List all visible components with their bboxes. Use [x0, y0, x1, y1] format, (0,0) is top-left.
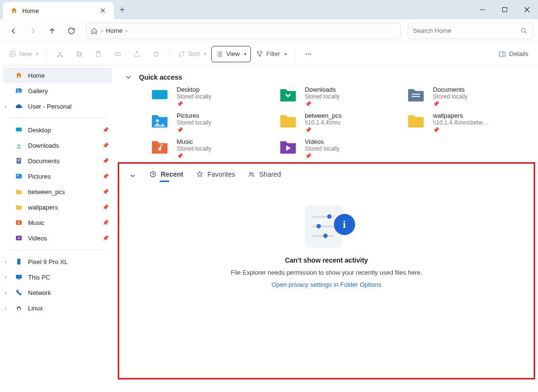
copy-button[interactable] — [70, 46, 88, 62]
sidebar-item-pixel[interactable]: › Pixel 9 Pro XL — [0, 254, 115, 269]
quick-access-item[interactable]: DocumentsStored locally📌 — [405, 86, 528, 107]
quick-access-item[interactable]: DesktopStored locally📌 — [149, 86, 272, 107]
sidebar-item-documents[interactable]: Documents📌 — [0, 153, 115, 168]
pin-icon: 📌 — [305, 101, 340, 107]
sidebar-item-home[interactable]: Home — [3, 68, 112, 83]
svg-point-1 — [522, 28, 525, 32]
svg-rect-25 — [16, 275, 22, 279]
pin-icon: 📌 — [305, 153, 340, 159]
quick-access-item[interactable]: wallpapers\\10.1.4.4\mro\betw…📌 — [405, 112, 528, 133]
svg-rect-5 — [78, 53, 81, 56]
cut-button[interactable] — [51, 46, 69, 62]
sidebar-item-videos[interactable]: Videos📌 — [0, 230, 115, 246]
maximize-button[interactable] — [494, 0, 516, 19]
chevron-right-icon[interactable]: › — [5, 290, 7, 295]
tab-recent[interactable]: Recent — [149, 170, 183, 181]
item-location: \\10.1.4.4\mro\betw… — [433, 119, 488, 126]
sidebar-item-linux[interactable]: › Linux — [0, 300, 115, 316]
download-icon — [14, 141, 23, 150]
new-button[interactable]: New▾ — [5, 46, 42, 62]
sidebar-item-desktop[interactable]: Desktop📌 — [0, 122, 115, 138]
quick-access-item[interactable]: PicturesStored locally📌 — [149, 112, 272, 133]
svg-point-39 — [252, 173, 253, 174]
folder-icon — [149, 138, 171, 155]
sidebar-item-gallery[interactable]: Gallery — [0, 83, 115, 98]
quick-access-item[interactable]: MusicStored locally📌 — [149, 138, 272, 159]
new-tab-button[interactable] — [114, 0, 130, 19]
svg-rect-20 — [16, 174, 22, 178]
chevron-right-icon[interactable]: › — [5, 305, 7, 311]
forward-button[interactable] — [24, 22, 41, 40]
chevron-right-icon[interactable]: › — [125, 27, 127, 34]
svg-rect-6 — [77, 52, 80, 55]
chevron-right-icon[interactable]: › — [5, 274, 7, 280]
filter-button[interactable]: Filter▾ — [252, 46, 291, 62]
sidebar-item-user-onedrive[interactable]: › User - Personal — [0, 98, 115, 114]
item-location: Stored locally — [305, 93, 340, 100]
sidebar-item-music[interactable]: Music📌 — [0, 215, 115, 230]
sidebar-item-network[interactable]: › Network — [0, 285, 115, 300]
sidebar-item-downloads[interactable]: Downloads📌 — [0, 138, 115, 153]
up-button[interactable] — [43, 22, 61, 40]
search-input[interactable] — [413, 27, 520, 34]
search-box[interactable] — [408, 23, 533, 39]
empty-title: Can't show recent activity — [285, 256, 368, 264]
gallery-icon — [14, 86, 23, 95]
close-window-button[interactable] — [516, 0, 538, 19]
pin-icon: 📌 — [433, 101, 468, 107]
view-button[interactable]: View▾ — [211, 46, 251, 62]
tab-favorites[interactable]: Favorites — [196, 170, 235, 181]
home-icon — [14, 71, 23, 80]
svg-rect-27 — [16, 290, 19, 292]
home-icon — [90, 27, 98, 35]
svg-rect-26 — [18, 279, 20, 280]
item-name: Videos — [305, 138, 340, 145]
sidebar-item-wallpapers[interactable]: wallpapers📌 — [0, 199, 115, 215]
sidebar-item-pictures[interactable]: Pictures📌 — [0, 168, 115, 184]
breadcrumb-segment[interactable]: Home — [106, 27, 123, 34]
linux-icon — [14, 304, 23, 312]
rename-button[interactable] — [109, 46, 127, 62]
folder-icon — [14, 203, 23, 211]
content-area: Quick access DesktopStored locally📌Downl… — [115, 66, 538, 392]
svg-rect-18 — [17, 159, 20, 160]
chevron-right-icon[interactable]: › — [5, 259, 7, 265]
quick-access-item[interactable]: VideosStored locally📌 — [277, 138, 400, 159]
privacy-settings-link[interactable]: Open privacy settings in Folder Options — [272, 281, 382, 288]
sidebar-item-thispc[interactable]: › This PC — [0, 269, 115, 285]
window-tab[interactable]: Home — [3, 2, 114, 19]
back-button[interactable] — [5, 22, 22, 40]
videos-icon — [14, 234, 23, 242]
sort-button[interactable]: Sort▾ — [174, 46, 210, 62]
tab-shared[interactable]: Shared — [248, 170, 281, 181]
item-location: Stored locally — [305, 145, 340, 152]
svg-point-32 — [19, 307, 20, 308]
details-pane-button[interactable]: Details — [494, 50, 533, 58]
more-button[interactable] — [299, 46, 317, 62]
minimize-button[interactable] — [471, 0, 494, 19]
sidebar-item-between-pcs[interactable]: between_pcs📌 — [0, 184, 115, 199]
chevron-right-icon[interactable]: › — [5, 103, 7, 109]
address-bar[interactable]: › Home › — [86, 23, 401, 39]
chevron-down-icon[interactable] — [129, 172, 137, 180]
folder-icon — [405, 112, 427, 129]
svg-rect-24 — [17, 259, 21, 265]
delete-button[interactable] — [147, 46, 166, 62]
chevron-right-icon[interactable]: › — [101, 27, 103, 34]
quick-access-section: Quick access DesktopStored locally📌Downl… — [115, 66, 538, 161]
refresh-button[interactable] — [63, 22, 80, 40]
item-name: Downloads — [305, 86, 340, 93]
chevron-down-icon[interactable] — [124, 73, 132, 81]
quick-access-item[interactable]: between_pcs\\10.1.4.4\mro📌 — [277, 112, 400, 133]
share-button[interactable] — [128, 46, 146, 62]
close-tab-button[interactable] — [98, 6, 107, 15]
svg-point-12 — [310, 53, 311, 54]
folder-icon — [405, 86, 427, 103]
quick-access-item[interactable]: DownloadsStored locally📌 — [277, 86, 400, 107]
svg-point-36 — [156, 119, 159, 122]
item-location: Stored locally — [433, 93, 468, 100]
svg-rect-19 — [17, 160, 20, 161]
paste-button[interactable] — [89, 46, 108, 62]
svg-point-11 — [308, 53, 309, 54]
desktop-icon — [14, 126, 23, 134]
